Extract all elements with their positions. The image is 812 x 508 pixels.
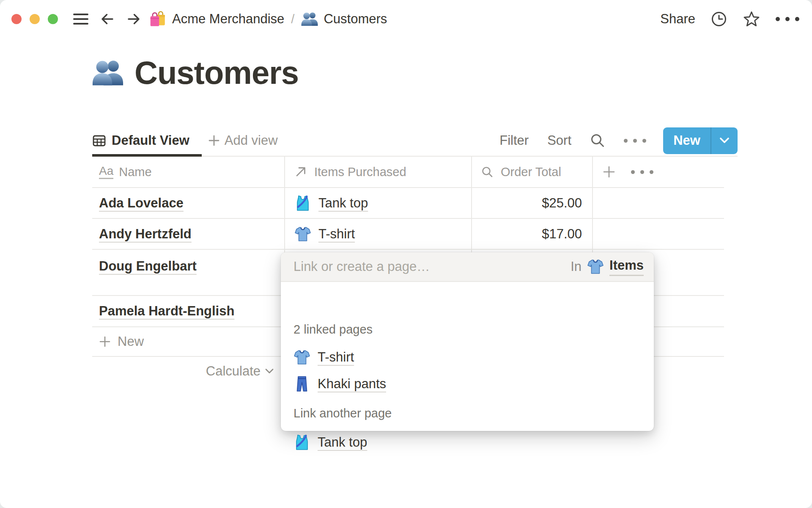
tank-top-icon [294,434,310,451]
cell-item-link[interactable]: Tank top [318,196,368,211]
tab-default-view[interactable]: Default View [92,133,189,148]
linked-page-label: Khaki pants [318,376,386,392]
history-button[interactable] [710,11,727,28]
breadcrumb-workspace-label: Acme Merchandise [172,11,284,27]
new-record-dropdown[interactable] [711,137,738,144]
linked-pages-options-button[interactable] [629,324,639,334]
active-tab-underline [92,154,202,157]
more-icon [624,139,646,143]
relation-property-icon [294,166,307,178]
page-title: Customers [134,54,299,91]
view-options-button[interactable] [624,139,646,143]
t-shirt-icon [294,226,311,243]
forward-icon [126,11,141,27]
column-header-order-total[interactable]: Order Total [471,165,592,179]
link-page-input[interactable] [294,259,571,274]
minimize-window-button[interactable] [30,14,40,24]
window-controls [11,14,58,24]
scope-database-link[interactable]: Items [609,258,644,276]
back-button[interactable] [100,11,115,27]
breadcrumb-workspace[interactable]: Acme Merchandise [149,10,284,28]
title-property-icon: Aa [99,165,113,179]
sidebar-menu-button[interactable] [73,12,89,26]
plus-icon [208,135,220,146]
scope-prefix: In [571,259,582,274]
column-header-items-purchased[interactable]: Items Purchased [284,165,471,179]
new-record-button[interactable]: New [663,127,738,154]
breadcrumb-separator: / [291,12,294,26]
cell-name[interactable]: Ada Lovelace [99,196,184,211]
shopping-bags-icon [149,10,167,28]
chevron-down-icon [719,137,730,144]
linked-page-label: T-shirt [318,350,354,365]
cell-name[interactable]: Andy Hertzfeld [99,226,192,242]
filter-button[interactable]: Filter [499,133,529,148]
linked-page-item[interactable]: T-shirt [294,348,354,367]
table-header-row: Aa Name Items Purchased Order Total [92,157,724,188]
people-icon [92,57,123,88]
new-record-label: New [663,133,710,148]
people-icon [301,11,318,28]
calculate-label: Calculate [206,364,261,379]
t-shirt-icon [587,258,604,275]
search-scope: In Items [571,258,644,276]
forward-button[interactable] [126,11,141,27]
search-icon [590,133,605,148]
zoom-window-button[interactable] [48,14,58,24]
column-header-name[interactable]: Aa Name [92,165,284,179]
cell-items-purchased[interactable]: Tank top [284,195,471,212]
linked-pages-count: 2 linked pages [294,323,373,337]
more-icon [776,17,799,21]
breadcrumb-page[interactable]: Customers [301,11,387,28]
table-options-button[interactable] [631,170,653,174]
add-view-button[interactable]: Add view [208,133,278,148]
cell-item-link[interactable]: T-shirt [318,226,355,242]
column-header-items-label: Items Purchased [314,165,406,179]
more-icon [629,324,639,334]
sort-button[interactable]: Sort [547,133,571,148]
history-icon [710,11,727,28]
table-row: Andy Hertzfeld T-shirt $17.00 [92,219,724,250]
jeans-icon [294,375,310,392]
column-header-name-label: Name [119,165,151,179]
tab-default-view-label: Default View [112,133,189,148]
page-header: Customers [92,54,299,91]
back-icon [100,11,115,27]
add-row-label: New [118,334,144,349]
linked-page-item[interactable]: Khaki pants [294,374,386,394]
t-shirt-icon [294,349,310,366]
chevron-down-icon [265,368,274,375]
breadcrumb: Acme Merchandise / Customers [149,0,387,38]
plus-icon [602,165,616,179]
suggested-page-item[interactable]: Tank top [294,433,367,452]
calculate-button[interactable]: Calculate [92,357,284,386]
cell-name[interactable]: Doug Engelbart [99,259,197,274]
link-page-search-bar: In Items [281,252,654,282]
window-titlebar: Acme Merchandise / Customers Share [0,0,812,38]
share-button[interactable]: Share [660,11,695,27]
add-view-label: Add view [225,133,278,148]
favorite-button[interactable] [743,10,760,28]
breadcrumb-page-label: Customers [324,11,387,27]
hamburger-icon [73,12,89,26]
cell-order-total: $17.00 [542,226,582,242]
link-another-page-label: Link another page [294,406,392,420]
search-button[interactable] [590,133,605,148]
view-toolbar: Default View Add view Filter Sort New [92,127,738,155]
more-icon [631,170,653,174]
suggested-page-label: Tank top [318,435,367,450]
more-options-button[interactable] [776,17,799,21]
link-page-popup: In Items 2 linked pages T-shirt [281,252,654,431]
table-row: Ada Lovelace Tank top $25.00 [92,188,724,219]
column-header-total-label: Order Total [501,165,561,179]
cell-items-purchased[interactable]: T-shirt [284,226,471,243]
cell-order-total: $25.00 [542,196,582,211]
cell-name[interactable]: Pamela Hardt-English [99,304,234,319]
favorite-icon [743,10,760,28]
tank-top-icon [294,195,311,212]
close-window-button[interactable] [11,14,22,24]
add-column-button[interactable] [602,165,616,179]
app-window: Acme Merchandise / Customers Share [0,0,812,508]
table-view-icon [92,134,106,148]
plus-icon [99,335,111,348]
